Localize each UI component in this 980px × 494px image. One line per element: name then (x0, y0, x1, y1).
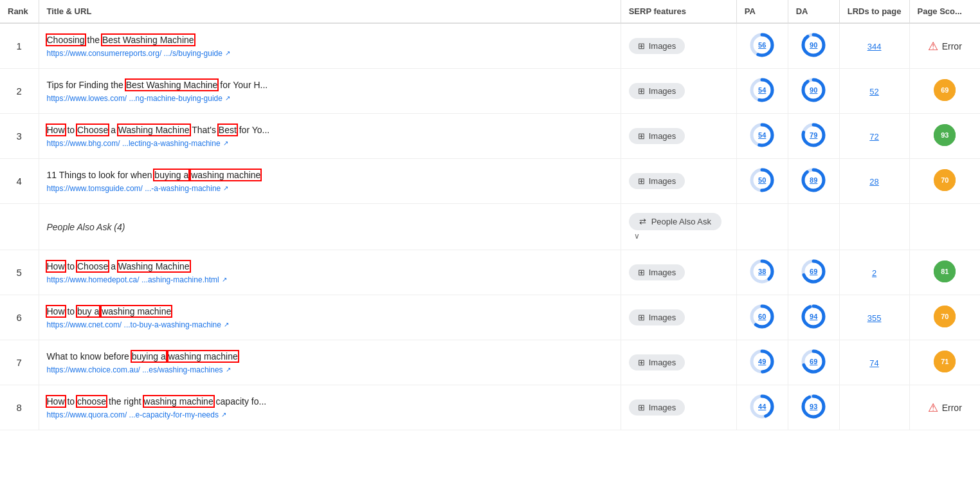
table-row: 6 How to buy a washing machine https://w… (0, 295, 980, 340)
serp-table: Rank Title & URL SERP features PA DA LRD… (0, 0, 980, 430)
title-text: Tips for Finding the Best Washing Machin… (47, 79, 613, 92)
title-text: What to know before buying a washing mac… (47, 351, 613, 363)
paa-icon: ⇄ (639, 217, 646, 226)
paa-rank-cell (0, 204, 39, 250)
table-row: 5 How to Choose a Washing Machine https:… (0, 250, 980, 295)
url-text: https://www.lowes.com/ ...ng-machine-buy… (47, 94, 613, 103)
serp-badge: ⊞ Images (629, 38, 685, 54)
paa-label-cell: People Also Ask (4) (39, 204, 621, 250)
external-link-icon[interactable]: ↗ (224, 321, 229, 328)
lrd-value[interactable]: 2 (872, 268, 876, 278)
title-text: How to buy a washing machine (47, 306, 613, 318)
pa-cell[interactable]: 38 (736, 250, 788, 295)
pa-cell[interactable]: 49 (736, 340, 788, 385)
external-link-icon[interactable]: ↗ (225, 95, 230, 102)
external-link-icon[interactable]: ↗ (225, 50, 230, 57)
pa-cell[interactable]: 54 (736, 69, 788, 114)
external-link-icon[interactable]: ↗ (223, 140, 228, 147)
url-link[interactable]: https://www.bhg.com/ ...lecting-a-washin… (47, 139, 221, 148)
serp-badge: ⊞ Images (629, 128, 685, 144)
external-link-icon[interactable]: ↗ (226, 366, 231, 373)
title-url-cell: 11 Things to look for when buying a wash… (39, 159, 621, 204)
rank-cell: 8 (0, 385, 39, 430)
serp-label: Images (649, 358, 676, 367)
paa-label: People Also Ask (4) (47, 222, 125, 232)
table-row: 7 What to know before buying a washing m… (0, 340, 980, 385)
url-link[interactable]: https://www.cnet.com/ ...to-buy-a-washin… (47, 320, 221, 329)
serp-cell: ⊞ Images (621, 250, 736, 295)
paa-chevron-icon[interactable]: ∨ (634, 232, 640, 241)
da-cell[interactable]: 89 (788, 159, 839, 204)
score-cell: ⚠ Error (909, 23, 980, 69)
pa-cell[interactable]: 54 (736, 114, 788, 159)
serp-label: Images (649, 86, 676, 96)
lrd-value[interactable]: 344 (867, 42, 882, 51)
paa-badge-cell: ⇄ People Also Ask ∨ (621, 204, 736, 250)
images-icon: ⊞ (638, 268, 645, 277)
title-url-cell: Choosing the Best Washing Machine https:… (39, 23, 621, 69)
images-icon: ⊞ (638, 131, 645, 141)
rank-cell: 6 (0, 295, 39, 340)
lrd-value[interactable]: 52 (869, 87, 878, 96)
serp-cell: ⊞ Images (621, 69, 736, 114)
lrd-value[interactable]: 72 (869, 132, 878, 142)
images-icon: ⊞ (638, 41, 645, 51)
col-rank: Rank (0, 0, 39, 23)
url-link[interactable]: https://www.consumerreports.org/ .../s/b… (47, 49, 222, 58)
rank-cell: 3 (0, 114, 39, 159)
col-lrds: LRDs to page (839, 0, 909, 23)
title-text: How to Choose a Washing Machine That's B… (47, 124, 613, 137)
url-link[interactable]: https://www.homedepot.ca/ ...ashing-mach… (47, 275, 219, 284)
pa-cell[interactable]: 44 (736, 385, 788, 430)
title-text: How to Choose a Washing Machine (47, 261, 613, 273)
error-icon: ⚠ (928, 39, 938, 53)
paa-badge[interactable]: ⇄ People Also Ask (629, 213, 721, 230)
serp-label: Images (649, 403, 676, 412)
url-text: https://www.cnet.com/ ...to-buy-a-washin… (47, 320, 613, 329)
da-cell[interactable]: 79 (788, 114, 839, 159)
url-link[interactable]: https://www.choice.com.au/ ...es/washing… (47, 365, 223, 374)
serp-badge: ⊞ Images (629, 264, 685, 280)
external-link-icon[interactable]: ↗ (222, 276, 227, 283)
serp-label: Images (649, 131, 676, 141)
score-cell: 70 (909, 295, 980, 340)
title-url-cell: How to Choose a Washing Machine https://… (39, 250, 621, 295)
paa-separator-row: People Also Ask (4) ⇄ People Also Ask ∨ (0, 204, 980, 250)
serp-badge: ⊞ Images (629, 83, 685, 99)
paa-pa-cell (736, 204, 788, 250)
pa-cell[interactable]: 50 (736, 159, 788, 204)
pa-cell[interactable]: 56 (736, 23, 788, 69)
col-da: DA (788, 0, 839, 23)
serp-badge: ⊞ Images (629, 399, 685, 416)
da-cell[interactable]: 69 (788, 340, 839, 385)
images-icon: ⊞ (638, 86, 645, 96)
url-link[interactable]: https://www.tomsguide.com/ ...-a-washing… (47, 184, 221, 193)
lrd-value[interactable]: 355 (867, 313, 882, 323)
external-link-icon[interactable]: ↗ (221, 411, 226, 418)
lrd-value[interactable]: 28 (869, 177, 878, 187)
da-cell[interactable]: 90 (788, 23, 839, 69)
serp-cell: ⊞ Images (621, 385, 736, 430)
serp-cell: ⊞ Images (621, 114, 736, 159)
da-cell[interactable]: 90 (788, 69, 839, 114)
serp-cell: ⊞ Images (621, 159, 736, 204)
images-icon: ⊞ (638, 358, 645, 367)
paa-lrd-cell (839, 204, 909, 250)
paa-score-cell (909, 204, 980, 250)
pa-cell[interactable]: 60 (736, 295, 788, 340)
paa-badge-text: People Also Ask (651, 217, 711, 226)
da-cell[interactable]: 69 (788, 250, 839, 295)
title-url-cell: How to Choose a Washing Machine That's B… (39, 114, 621, 159)
da-cell[interactable]: 93 (788, 385, 839, 430)
url-link[interactable]: https://www.quora.com/ ...e-capacity-for… (47, 410, 219, 419)
lrd-cell: 2 (839, 250, 909, 295)
images-icon: ⊞ (638, 403, 645, 412)
title-text: How to choose the right washing machine … (47, 396, 613, 408)
da-cell[interactable]: 94 (788, 295, 839, 340)
serp-label: Images (649, 313, 676, 322)
lrd-value[interactable]: 74 (869, 358, 878, 368)
score-cell: 71 (909, 340, 980, 385)
external-link-icon[interactable]: ↗ (223, 185, 228, 192)
error-badge: ⚠ Error (928, 401, 962, 415)
url-link[interactable]: https://www.lowes.com/ ...ng-machine-buy… (47, 94, 222, 103)
